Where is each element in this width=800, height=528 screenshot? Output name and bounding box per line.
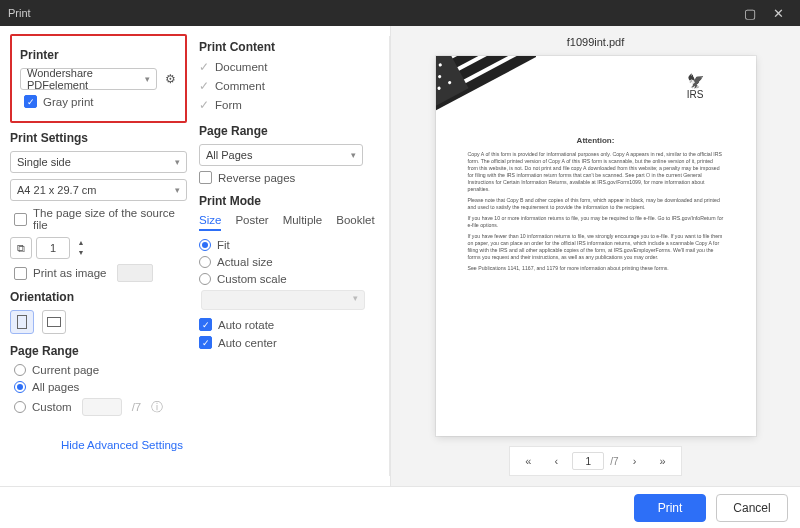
mode-actual-radio[interactable] (199, 256, 211, 268)
print-as-image-label: Print as image (33, 267, 107, 279)
gray-print-label: Gray print (43, 96, 94, 108)
range-custom-label: Custom (32, 401, 72, 413)
print-as-image-option[interactable]: Print as image (14, 264, 187, 282)
reverse-pages-option[interactable]: Reverse pages (199, 171, 386, 184)
print-settings-heading: Print Settings (10, 131, 187, 145)
gray-print-checkbox[interactable]: ✓ (24, 95, 37, 108)
preview-body-line: If you have fewer than 10 information re… (468, 233, 724, 261)
mode-actual-option[interactable]: Actual size (199, 256, 386, 268)
range-custom-radio[interactable] (14, 401, 26, 413)
sides-select[interactable]: Single side ▾ (10, 151, 187, 173)
pager-last-button[interactable]: » (651, 451, 675, 471)
range-current-option[interactable]: Current page (14, 364, 187, 376)
printer-heading: Printer (20, 48, 177, 62)
window-title: Print (8, 7, 736, 19)
chevron-down-icon: ▾ (175, 157, 180, 167)
info-icon[interactable]: ⓘ (151, 399, 163, 416)
mode-custom-label: Custom scale (217, 273, 287, 285)
mode-custom-option[interactable]: Custom scale (199, 273, 386, 285)
reverse-pages-label: Reverse pages (218, 172, 295, 184)
mode-actual-label: Actual size (217, 256, 273, 268)
paper-size-select[interactable]: A4 21 x 29.7 cm ▾ (10, 179, 187, 201)
tab-poster[interactable]: Poster (235, 214, 268, 231)
sides-selected-label: Single side (17, 156, 71, 168)
pager-first-button[interactable]: « (516, 451, 540, 471)
auto-center-checkbox[interactable]: ✓ (199, 336, 212, 349)
range-all-radio[interactable] (14, 381, 26, 393)
orientation-heading: Orientation (10, 290, 187, 304)
chevron-down-icon: ▾ (145, 74, 150, 84)
print-mode-tabs: Size Poster Multiple Booklet (199, 214, 386, 231)
page-size-source-label: The page size of the source file (33, 207, 187, 231)
preview-body-line: If you have 10 or more information retur… (468, 215, 724, 229)
content-form-label: Form (215, 99, 242, 111)
close-button[interactable]: ✕ (764, 3, 792, 23)
preview-attention: Attention: (464, 136, 728, 145)
custom-scale-input[interactable] (201, 290, 365, 310)
page-range-selected-label: All Pages (206, 149, 252, 161)
range-current-radio[interactable] (14, 364, 26, 376)
range-all-label: All pages (32, 381, 79, 393)
page-size-source-checkbox[interactable] (14, 213, 27, 226)
middle-column: Print Content ✓ Document ✓ Comment ✓ For… (195, 26, 390, 486)
preview-doc-body: Attention: Copy A of this form is provid… (464, 136, 728, 272)
pager-next-button[interactable]: › (623, 451, 647, 471)
hide-advanced-link[interactable]: Hide Advanced Settings (10, 421, 187, 455)
tab-booklet[interactable]: Booklet (336, 214, 374, 231)
page-size-source-option[interactable]: The page size of the source file (14, 207, 187, 231)
range-custom-total: /7 (132, 401, 142, 413)
print-content-heading: Print Content (199, 40, 386, 54)
chevron-down-icon: ▾ (175, 185, 180, 195)
orientation-landscape-button[interactable] (42, 310, 66, 334)
content-document-option[interactable]: ✓ Document (199, 60, 386, 74)
orientation-portrait-button[interactable] (10, 310, 34, 334)
tab-multiple[interactable]: Multiple (283, 214, 323, 231)
mode-fit-radio[interactable] (199, 239, 211, 251)
reverse-pages-checkbox[interactable] (199, 171, 212, 184)
pager-page-input[interactable] (572, 452, 604, 470)
dialog-body: Printer Wondershare PDFelement ▾ ⚙ ✓ Gra… (0, 26, 800, 486)
check-icon: ✓ (199, 79, 209, 93)
content-form-option[interactable]: ✓ Form (199, 98, 386, 112)
preview-body-line: Copy A of this form is provided for info… (468, 151, 724, 193)
left-column: Printer Wondershare PDFelement ▾ ⚙ ✓ Gra… (0, 26, 195, 486)
flag-icon (436, 56, 536, 126)
printer-row: Wondershare PDFelement ▾ ⚙ (20, 68, 177, 90)
cancel-button[interactable]: Cancel (716, 494, 788, 522)
auto-rotate-option[interactable]: ✓ Auto rotate (199, 318, 386, 331)
copies-icon: ⧉ (10, 237, 32, 259)
range-current-label: Current page (32, 364, 99, 376)
eagle-icon: 🦅 (687, 74, 704, 89)
preview-body-line: Please note that Copy B and other copies… (468, 197, 724, 211)
preview-pager: « ‹ /7 › » (509, 446, 681, 476)
mode-custom-radio[interactable] (199, 273, 211, 285)
print-mode-heading: Print Mode (199, 194, 386, 208)
content-comment-option[interactable]: ✓ Comment (199, 79, 386, 93)
copies-input[interactable] (36, 237, 70, 259)
copies-spinner[interactable]: ▲▼ (74, 238, 88, 258)
printer-settings-button[interactable]: ⚙ (163, 71, 177, 87)
auto-center-option[interactable]: ✓ Auto center (199, 336, 386, 349)
auto-rotate-checkbox[interactable]: ✓ (199, 318, 212, 331)
mode-fit-option[interactable]: Fit (199, 239, 386, 251)
pager-page-total: /7 (610, 456, 618, 467)
print-as-image-checkbox[interactable] (14, 267, 27, 280)
print-button[interactable]: Print (634, 494, 706, 522)
maximize-button[interactable]: ▢ (736, 3, 764, 23)
landscape-icon (47, 317, 61, 327)
check-icon: ✓ (199, 98, 209, 112)
portrait-icon (17, 315, 27, 329)
content-comment-label: Comment (215, 80, 265, 92)
gray-print-option[interactable]: ✓ Gray print (24, 95, 177, 108)
range-custom-option[interactable]: Custom /7 ⓘ (14, 398, 187, 416)
preview-body-line: See Publications 1141, 1167, and 1179 fo… (468, 265, 724, 272)
paper-selected-label: A4 21 x 29.7 cm (17, 184, 97, 196)
range-all-option[interactable]: All pages (14, 381, 187, 393)
preview-filename: f1099int.pdf (567, 36, 625, 48)
tab-size[interactable]: Size (199, 214, 221, 231)
range-custom-input[interactable] (82, 398, 122, 416)
page-range-select[interactable]: All Pages ▾ (199, 144, 363, 166)
pager-prev-button[interactable]: ‹ (544, 451, 568, 471)
printer-select[interactable]: Wondershare PDFelement ▾ (20, 68, 157, 90)
chevron-down-icon: ▾ (351, 150, 356, 160)
